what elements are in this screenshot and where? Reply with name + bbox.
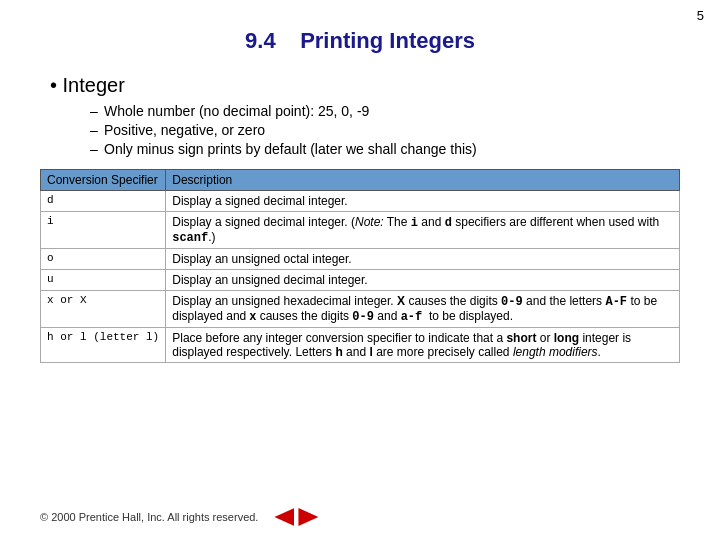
page-title: 9.4 Printing Integers — [40, 28, 680, 54]
prev-button[interactable] — [274, 508, 294, 526]
nav-buttons — [274, 508, 318, 526]
table-header-specifier: Conversion Specifier — [41, 170, 166, 191]
section-number: 9.4 — [245, 28, 276, 53]
next-button[interactable] — [298, 508, 318, 526]
copyright-text: © 2000 Prentice Hall, Inc. All rights re… — [40, 511, 258, 523]
page-number: 5 — [697, 8, 704, 23]
table-row: o Display an unsigned octal integer. — [41, 249, 680, 270]
specifier-d: d — [41, 191, 166, 212]
sub-bullet-1: Whole number (no decimal point): 25, 0, … — [90, 103, 680, 119]
specifier-hl: h or l (letter l) — [41, 328, 166, 363]
desc-x: Display an unsigned hexadecimal integer.… — [166, 291, 680, 328]
table-row: d Display a signed decimal integer. — [41, 191, 680, 212]
specifier-x: x or X — [41, 291, 166, 328]
desc-u: Display an unsigned decimal integer. — [166, 270, 680, 291]
table-row: i Display a signed decimal integer. (Not… — [41, 212, 680, 249]
table-row: x or X Display an unsigned hexadecimal i… — [41, 291, 680, 328]
specifier-o: o — [41, 249, 166, 270]
desc-i: Display a signed decimal integer. (Note:… — [166, 212, 680, 249]
sub-bullets: Whole number (no decimal point): 25, 0, … — [90, 103, 680, 157]
desc-hl: Place before any integer conversion spec… — [166, 328, 680, 363]
specifier-i: i — [41, 212, 166, 249]
bullet-section: • Integer Whole number (no decimal point… — [40, 74, 680, 157]
bullet-main: • Integer — [50, 74, 680, 97]
sub-bullet-3: Only minus sign prints by default (later… — [90, 141, 680, 157]
section-title: Printing Integers — [300, 28, 475, 53]
specifier-u: u — [41, 270, 166, 291]
table-row: u Display an unsigned decimal integer. — [41, 270, 680, 291]
sub-bullet-2: Positive, negative, or zero — [90, 122, 680, 138]
conversion-table: Conversion Specifier Description d Displ… — [40, 169, 680, 363]
desc-d: Display a signed decimal integer. — [166, 191, 680, 212]
table-header-description: Description — [166, 170, 680, 191]
footer: © 2000 Prentice Hall, Inc. All rights re… — [0, 508, 720, 526]
desc-o: Display an unsigned octal integer. — [166, 249, 680, 270]
table-row: h or l (letter l) Place before any integ… — [41, 328, 680, 363]
